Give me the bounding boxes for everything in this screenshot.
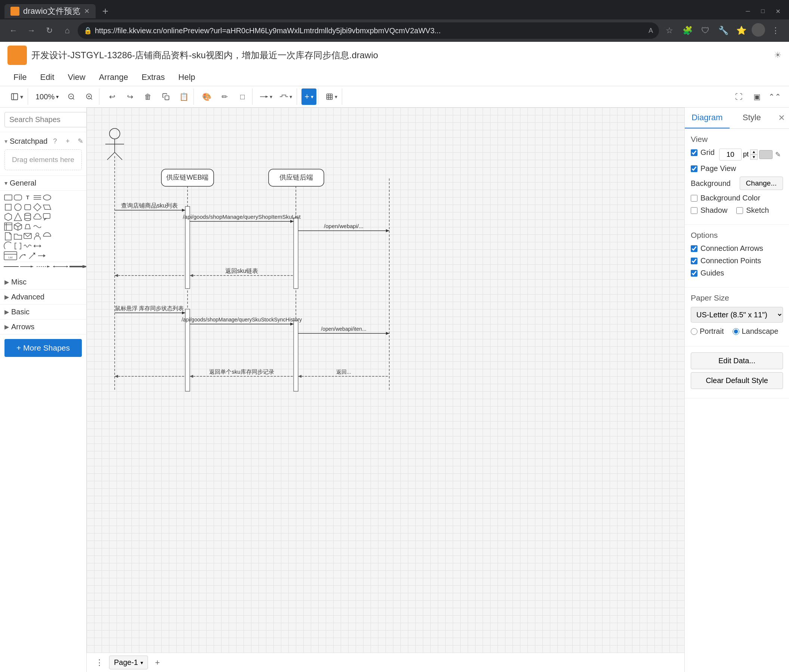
basic-section-header[interactable]: ▶ Basic bbox=[0, 305, 86, 320]
connector-btn[interactable]: ▾ bbox=[257, 89, 275, 105]
line-color-btn[interactable]: ✏ bbox=[216, 89, 233, 105]
shadow-checkbox[interactable] bbox=[691, 207, 698, 214]
grid-checkbox[interactable] bbox=[691, 149, 698, 156]
cube-shape[interactable] bbox=[13, 222, 22, 231]
tab-close-btn[interactable]: ✕ bbox=[84, 7, 89, 15]
minimize-btn[interactable]: ─ bbox=[741, 5, 755, 18]
panel-close-btn[interactable]: ✕ bbox=[774, 108, 789, 129]
panel-toggle-btn[interactable]: ▣ bbox=[749, 89, 765, 105]
process-shape[interactable] bbox=[23, 203, 32, 212]
grid-color-edit-btn[interactable]: ✎ bbox=[773, 149, 783, 160]
right-arrow-shape[interactable] bbox=[37, 251, 46, 260]
tab-diagram[interactable]: Diagram bbox=[685, 108, 730, 129]
menu-btn[interactable]: ⋮ bbox=[768, 23, 783, 38]
connection-arrows-checkbox[interactable] bbox=[691, 245, 698, 252]
scratchpad-edit-btn[interactable]: ✎ bbox=[75, 136, 86, 147]
advanced-section-header[interactable]: ▶ Advanced bbox=[0, 290, 86, 305]
fullscreen-btn[interactable]: ⛶ bbox=[731, 89, 747, 105]
circle-shape[interactable] bbox=[13, 203, 22, 212]
ellipse-shape[interactable] bbox=[43, 193, 51, 202]
diagonal-arrow-shape[interactable] bbox=[28, 251, 37, 260]
refresh-btn[interactable]: ↻ bbox=[42, 23, 57, 38]
arrow-line[interactable] bbox=[20, 263, 35, 270]
puzzle-icon[interactable]: 🔧 bbox=[716, 23, 731, 38]
redo-btn[interactable]: ↪ bbox=[122, 89, 138, 105]
square-shape[interactable] bbox=[4, 203, 13, 212]
bracket-shape[interactable] bbox=[13, 242, 22, 250]
list-shape[interactable]: List bbox=[4, 251, 17, 260]
search-input[interactable] bbox=[5, 112, 87, 127]
sidebar-toggle-btn[interactable]: ▾ bbox=[8, 89, 26, 105]
table-btn[interactable]: ▾ bbox=[323, 89, 340, 105]
close-btn[interactable]: ✕ bbox=[771, 5, 784, 18]
menu-arrange[interactable]: Arrange bbox=[93, 70, 134, 84]
active-tab[interactable]: drawio文件预览 ✕ bbox=[5, 4, 96, 18]
curve-arrow-shape[interactable] bbox=[18, 251, 27, 260]
parallelogram-shape[interactable] bbox=[43, 203, 51, 212]
hexagon-shape[interactable] bbox=[4, 212, 13, 221]
paste-btn[interactable]: 📋 bbox=[176, 89, 192, 105]
more-shapes-btn[interactable]: + More Shapes bbox=[5, 339, 82, 357]
double-arrow-line[interactable] bbox=[53, 263, 68, 270]
zoom-out-btn[interactable] bbox=[63, 89, 80, 105]
insert-btn[interactable]: + ▾ bbox=[302, 89, 316, 105]
semicircle-shape[interactable] bbox=[43, 232, 51, 241]
text-shape[interactable]: T bbox=[23, 193, 32, 202]
collapse-btn[interactable]: ⌃⌃ bbox=[767, 89, 783, 105]
copy-style-btn[interactable] bbox=[158, 89, 174, 105]
forward-btn[interactable]: → bbox=[24, 23, 39, 38]
rounded-rect-shape[interactable] bbox=[13, 193, 22, 202]
menu-edit[interactable]: Edit bbox=[34, 70, 60, 84]
undo-btn[interactable]: ↩ bbox=[104, 89, 120, 105]
arrows-section-header[interactable]: ▶ Arrows bbox=[0, 320, 86, 334]
double-arrow-shape[interactable] bbox=[33, 242, 42, 250]
zoom-display[interactable]: 100% ▾ bbox=[32, 91, 62, 103]
fill-btn[interactable]: 🎨 bbox=[198, 89, 215, 105]
cylinder-shape[interactable] bbox=[23, 212, 32, 221]
squiggle-shape[interactable] bbox=[23, 242, 32, 250]
back-btn[interactable]: ← bbox=[6, 23, 21, 38]
doc-shape[interactable] bbox=[4, 232, 13, 241]
portrait-radio[interactable] bbox=[691, 328, 698, 335]
add-page-btn[interactable]: + bbox=[151, 656, 165, 669]
lines-shape[interactable] bbox=[33, 193, 42, 202]
general-section-header[interactable]: ▾ General bbox=[0, 176, 86, 191]
star-btn[interactable]: ☆ bbox=[662, 23, 677, 38]
message-shape[interactable] bbox=[23, 232, 32, 241]
page-1-tab[interactable]: Page-1 ▾ bbox=[109, 656, 148, 669]
callout-shape[interactable] bbox=[43, 212, 51, 221]
menu-extras[interactable]: Extras bbox=[136, 70, 171, 84]
zoom-in-btn[interactable] bbox=[81, 89, 97, 105]
shield-icon[interactable]: 🛡 bbox=[698, 23, 713, 38]
person-shape[interactable] bbox=[33, 232, 42, 241]
scratchpad-add-btn[interactable]: + bbox=[62, 136, 73, 147]
home-btn[interactable]: ⌂ bbox=[60, 23, 75, 38]
menu-view[interactable]: View bbox=[62, 70, 91, 84]
sketch-checkbox[interactable] bbox=[736, 207, 743, 214]
delete-btn[interactable]: 🗑 bbox=[140, 89, 156, 105]
diamond-shape[interactable] bbox=[33, 203, 42, 212]
border-btn[interactable]: □ bbox=[234, 89, 251, 105]
page-menu-btn[interactable]: ⋮ bbox=[93, 656, 106, 669]
grid-up-btn[interactable]: ▲ bbox=[750, 149, 758, 154]
address-bar[interactable]: 🔒 https://file.kkview.cn/onlinePreview?u… bbox=[78, 22, 659, 39]
misc-section-header[interactable]: ▶ Misc bbox=[0, 275, 86, 290]
menu-file[interactable]: File bbox=[8, 70, 32, 84]
grid-color-swatch[interactable] bbox=[759, 150, 773, 159]
rectangle-shape[interactable] bbox=[4, 193, 13, 202]
triangle-shape[interactable] bbox=[13, 212, 22, 221]
page-view-checkbox[interactable] bbox=[691, 166, 698, 172]
thick-arrow-line[interactable] bbox=[69, 263, 86, 270]
grid-down-btn[interactable]: ▼ bbox=[750, 154, 758, 160]
landscape-radio[interactable] bbox=[733, 328, 739, 335]
edit-data-btn[interactable]: Edit Data... bbox=[691, 352, 783, 369]
grid-size-input[interactable] bbox=[719, 148, 741, 161]
connection-points-checkbox[interactable] bbox=[691, 258, 698, 264]
dashed-arrow-line[interactable] bbox=[37, 263, 51, 270]
cloud-shape[interactable] bbox=[33, 212, 42, 221]
internal-storage-shape[interactable] bbox=[4, 222, 13, 231]
arc-shape[interactable] bbox=[4, 242, 13, 250]
trapezoid-shape[interactable] bbox=[23, 222, 32, 231]
new-tab-btn[interactable]: + bbox=[99, 5, 112, 18]
guides-checkbox[interactable] bbox=[691, 270, 698, 277]
